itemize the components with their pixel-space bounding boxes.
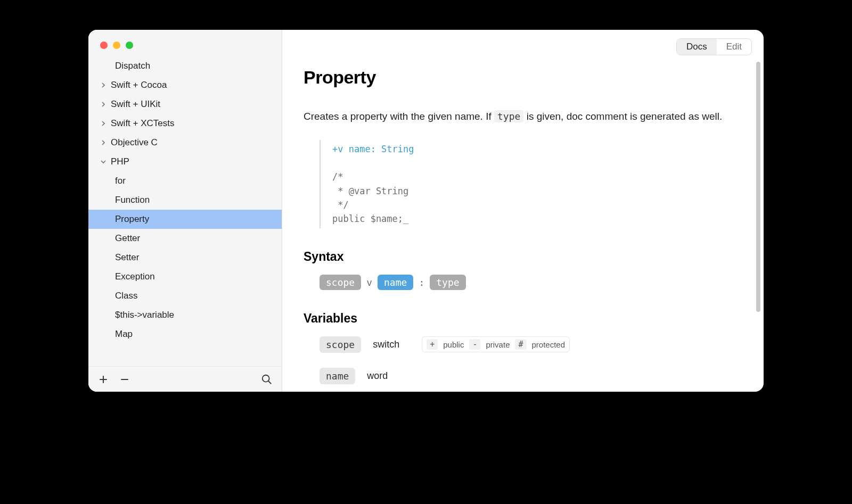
sidebar-tree: DispatchSwift + CocoaSwift + UIKitSwift … (88, 56, 282, 366)
desc-code: type (494, 110, 523, 122)
mode-toggle: Docs Edit (676, 38, 752, 55)
sidebar-item[interactable]: Objective C (88, 133, 282, 152)
sidebar-item-label: PHP (111, 156, 129, 167)
svg-line-4 (268, 381, 272, 384)
variable-option-value: private (486, 340, 510, 349)
chevron-right-icon[interactable] (99, 140, 108, 145)
variable-row: nameword (320, 368, 742, 384)
search-icon[interactable] (260, 373, 273, 386)
desc-text: is given, doc comment is generated as we… (523, 111, 722, 122)
sidebar-item[interactable]: Function (88, 191, 282, 210)
page-description: Creates a property with the given name. … (304, 109, 742, 124)
sidebar-item[interactable]: Class (88, 286, 282, 305)
chevron-right-icon[interactable] (99, 121, 108, 126)
sidebar-item-label: Property (115, 214, 149, 225)
sidebar-item-label: Dispatch (115, 61, 150, 71)
variable-option-key: # (515, 339, 526, 350)
code-highlight: +v name: String (332, 144, 414, 154)
scrollbar[interactable] (756, 62, 760, 312)
variable-options: +public-private#protected (422, 336, 570, 352)
svg-point-3 (263, 375, 269, 382)
sidebar-item-label: $this->variable (115, 310, 174, 320)
syntax-heading: Syntax (304, 250, 742, 264)
sidebar-item[interactable]: Setter (88, 248, 282, 267)
sidebar-item-label: Swift + XCTests (111, 118, 175, 129)
syntax-pill-type: type (430, 275, 465, 290)
sidebar-item-label: Exception (115, 271, 155, 282)
variable-option-key: + (427, 339, 438, 350)
variable-option-key: - (469, 339, 480, 350)
chevron-right-icon[interactable] (99, 82, 108, 88)
sidebar-item[interactable]: $this->variable (88, 305, 282, 325)
chevron-down-icon[interactable] (99, 159, 108, 164)
sidebar-item-label: for (115, 176, 126, 186)
sidebar-item-label: Objective C (111, 137, 158, 148)
sidebar-item[interactable]: Getter (88, 229, 282, 248)
edit-tab[interactable]: Edit (717, 39, 751, 55)
sidebar-item[interactable]: PHP (88, 152, 282, 171)
sidebar-item-label: Swift + UIKit (111, 99, 160, 110)
add-icon[interactable] (97, 373, 110, 386)
syntax-literal: : (419, 277, 424, 288)
minimize-icon[interactable] (113, 42, 120, 49)
sidebar-item-label: Getter (115, 233, 140, 244)
maximize-icon[interactable] (126, 42, 133, 49)
sidebar-item-label: Setter (115, 252, 139, 263)
app-window: Docs Edit DispatchSwift + CocoaSwift + U… (88, 30, 764, 392)
sidebar-item[interactable]: Map (88, 325, 282, 344)
syntax-pill-name: name (378, 275, 413, 290)
content-pane: Property Creates a property with the giv… (282, 30, 764, 392)
sidebar-item-label: Swift + Cocoa (111, 80, 167, 90)
variable-kind: word (367, 370, 404, 382)
chevron-right-icon[interactable] (99, 102, 108, 107)
traffic-lights (100, 42, 133, 49)
code-body: /* * @var String */ public $name;_ (332, 171, 408, 224)
syntax-literal: v (366, 277, 372, 288)
variable-row: scopeswitch+public-private#protected (320, 336, 742, 353)
docs-tab[interactable]: Docs (677, 39, 717, 55)
sidebar-item[interactable]: Property (88, 210, 282, 229)
syntax-pill-scope: scope (320, 275, 361, 290)
sidebar-item[interactable]: Dispatch (88, 56, 282, 76)
sidebar-item[interactable]: Swift + XCTests (88, 114, 282, 133)
desc-text: Creates a property with the given name. … (304, 111, 494, 122)
sidebar-item[interactable]: for (88, 171, 282, 191)
variable-option-value: public (443, 340, 464, 349)
page-title: Property (304, 67, 742, 88)
close-icon[interactable] (100, 42, 108, 49)
sidebar-item-label: Class (115, 291, 138, 301)
sidebar-item-label: Function (115, 195, 150, 205)
syntax-row: scope v name : type (304, 275, 742, 290)
sidebar-item[interactable]: Swift + Cocoa (88, 76, 282, 95)
variable-kind: switch (373, 339, 410, 350)
variable-name: name (320, 368, 355, 384)
code-example: +v name: String /* * @var String */ publ… (320, 140, 742, 228)
sidebar-footer (88, 366, 282, 392)
sidebar: DispatchSwift + CocoaSwift + UIKitSwift … (88, 30, 282, 392)
variables-list: scopeswitch+public-private#protectedname… (304, 336, 742, 384)
sidebar-item[interactable]: Exception (88, 267, 282, 286)
variable-option-value: protected (532, 340, 566, 349)
variables-heading: Variables (304, 311, 742, 326)
remove-icon[interactable] (118, 373, 131, 386)
sidebar-item-label: Map (115, 329, 133, 340)
variable-name: scope (320, 336, 361, 353)
sidebar-item[interactable]: Swift + UIKit (88, 95, 282, 114)
